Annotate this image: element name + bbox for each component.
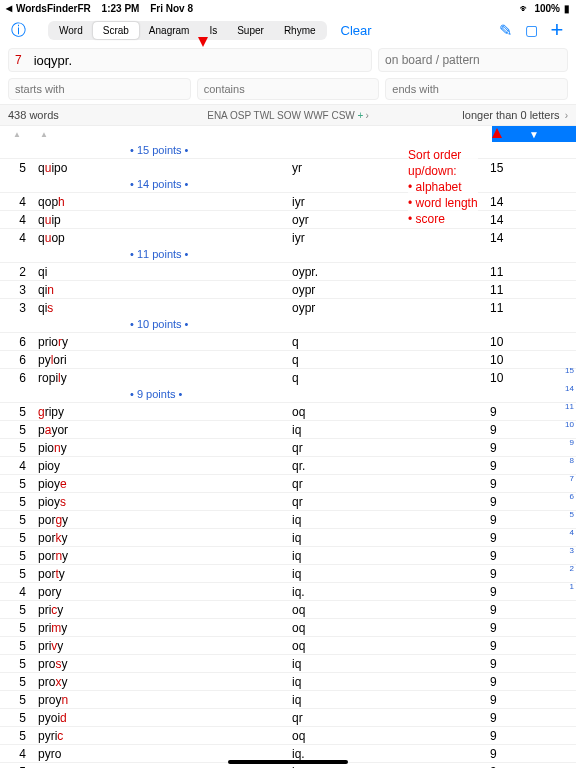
- pattern-input[interactable]: [378, 48, 568, 72]
- cell-word: pyoid: [34, 711, 292, 725]
- tab-is[interactable]: Is: [199, 22, 227, 39]
- cell-length: 5: [0, 405, 34, 419]
- table-row[interactable]: 5porgyiq9: [0, 510, 576, 528]
- cell-length: 5: [0, 729, 34, 743]
- table-row[interactable]: 6pyloriq10: [0, 350, 576, 368]
- table-row[interactable]: 5pyricoq9: [0, 726, 576, 744]
- cell-score: 9: [486, 567, 546, 581]
- length-filter-button[interactable]: longer than 0 letters ›: [462, 109, 568, 121]
- table-row[interactable]: 6ropilyq10: [0, 368, 576, 386]
- tab-anagram[interactable]: Anagram: [139, 22, 200, 39]
- cell-word: pioy: [34, 459, 292, 473]
- battery-percent: 100%: [534, 3, 560, 14]
- contains-input[interactable]: [197, 78, 380, 100]
- results-list[interactable]: • 15 points •5quipoyr15• 14 points •4qop…: [0, 142, 576, 768]
- table-row[interactable]: 5pioysqr9: [0, 492, 576, 510]
- table-row[interactable]: 5primyoq9: [0, 618, 576, 636]
- cell-length: 3: [0, 283, 34, 297]
- plus-icon[interactable]: +: [546, 22, 568, 38]
- cell-score: 9: [486, 495, 546, 509]
- table-row[interactable]: 4quopiyr14: [0, 228, 576, 246]
- ends-with-input[interactable]: [385, 78, 568, 100]
- section-header: • 10 points •: [0, 316, 576, 332]
- table-row[interactable]: 5gripyoq9: [0, 402, 576, 420]
- cell-length: 4: [0, 747, 34, 761]
- filter-row: [0, 76, 576, 104]
- word-count: 438 words: [8, 109, 59, 121]
- sort-rest-header[interactable]: [314, 126, 492, 142]
- table-row[interactable]: 5prosyiq9: [0, 654, 576, 672]
- column-headers: ▲ ▲ ▼: [0, 126, 576, 142]
- table-row[interactable]: 5pioyeqr9: [0, 474, 576, 492]
- cell-length: 5: [0, 549, 34, 563]
- dictionaries-button[interactable]: ENA OSP TWL SOW WWF CSW +›: [207, 110, 369, 121]
- section-header: • 9 points •: [0, 386, 576, 402]
- table-row[interactable]: 5pionyqr9: [0, 438, 576, 456]
- table-row[interactable]: 5portyiq9: [0, 564, 576, 582]
- tab-word[interactable]: Word: [49, 22, 93, 39]
- sort-score-header[interactable]: ▼: [492, 126, 576, 142]
- table-row[interactable]: 3qisoypr11: [0, 298, 576, 316]
- table-row[interactable]: 4pioyqr.9: [0, 456, 576, 474]
- status-date: Fri Nov 8: [150, 3, 193, 14]
- tab-super[interactable]: Super: [227, 22, 274, 39]
- cell-length: 4: [0, 459, 34, 473]
- main-toolbar: ⓘ Word Scrab Anagram Is Super Rhyme Clea…: [0, 16, 576, 44]
- cell-rest: qr: [292, 477, 486, 491]
- table-row[interactable]: 5payoriq9: [0, 420, 576, 438]
- tab-rhyme[interactable]: Rhyme: [274, 22, 326, 39]
- back-chevron-icon[interactable]: ◀: [6, 4, 12, 13]
- table-row[interactable]: 5quipoyr15: [0, 158, 576, 176]
- table-row[interactable]: 4poryiq.9: [0, 582, 576, 600]
- starts-with-input[interactable]: [8, 78, 191, 100]
- cell-word: pory: [34, 585, 292, 599]
- cell-length: 2: [0, 265, 34, 279]
- cell-rest: qr.: [292, 459, 486, 473]
- cell-score: 9: [486, 675, 546, 689]
- table-row[interactable]: 3qinoypr11: [0, 280, 576, 298]
- table-row[interactable]: 5proyniq9: [0, 690, 576, 708]
- wrench-icon[interactable]: ✎: [494, 21, 516, 40]
- cell-length: 5: [0, 639, 34, 653]
- table-row[interactable]: 5proxyiq9: [0, 672, 576, 690]
- table-row[interactable]: 2qioypr.11: [0, 262, 576, 280]
- book-icon[interactable]: ▢: [520, 22, 542, 38]
- letters-input-wrap[interactable]: 7: [8, 48, 372, 72]
- cell-rest: oq: [292, 639, 486, 653]
- tab-scrab[interactable]: Scrab: [93, 22, 139, 39]
- letters-input[interactable]: [28, 48, 365, 72]
- table-row[interactable]: 4quipoyr14: [0, 210, 576, 228]
- table-row[interactable]: 5pyoidqr9: [0, 708, 576, 726]
- cell-word: prosy: [34, 657, 292, 671]
- cell-score: 9: [486, 513, 546, 527]
- cell-word: pyro: [34, 747, 292, 761]
- cell-length: 5: [0, 513, 34, 527]
- sort-length-header[interactable]: ▲: [0, 126, 34, 142]
- cell-rest: q: [292, 353, 486, 367]
- score-index-sidebar[interactable]: 15141110987654321: [565, 362, 574, 596]
- cell-word: qin: [34, 283, 292, 297]
- cell-word: pyric: [34, 729, 292, 743]
- cell-length: 4: [0, 195, 34, 209]
- cell-score: 10: [486, 371, 546, 385]
- cell-word: pioys: [34, 495, 292, 509]
- cell-length: 5: [0, 675, 34, 689]
- table-row[interactable]: 5pornyiq9: [0, 546, 576, 564]
- cell-word: privy: [34, 639, 292, 653]
- cell-rest: oq: [292, 405, 486, 419]
- status-time: 1:23 PM: [102, 3, 140, 14]
- sort-word-header[interactable]: ▲: [34, 126, 314, 142]
- table-row[interactable]: 4qophiyr14: [0, 192, 576, 210]
- clear-button[interactable]: Clear: [341, 23, 372, 38]
- cell-score: 9: [486, 621, 546, 635]
- cell-score: 14: [486, 231, 546, 245]
- cell-score: 9: [486, 765, 546, 769]
- back-app-name[interactable]: WordsFinderFR: [16, 3, 91, 14]
- info-icon[interactable]: ⓘ: [8, 21, 28, 40]
- table-row[interactable]: 5porkyiq9: [0, 528, 576, 546]
- table-row[interactable]: 5pricyoq9: [0, 600, 576, 618]
- table-row[interactable]: 6prioryq10: [0, 332, 576, 350]
- table-row[interactable]: 5privyoq9: [0, 636, 576, 654]
- mode-segmented[interactable]: Word Scrab Anagram Is Super Rhyme: [48, 21, 327, 40]
- cell-score: 9: [486, 585, 546, 599]
